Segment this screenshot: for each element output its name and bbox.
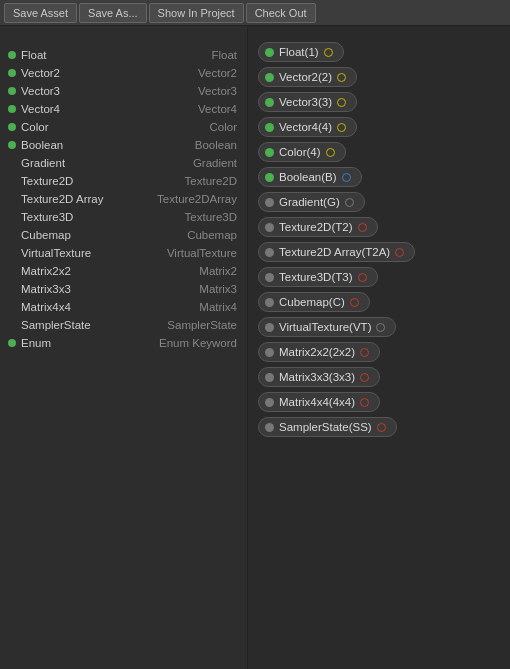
- vector2-2-left-dot: [265, 73, 274, 82]
- matrix3x33x3-label: Matrix3x3(3x3): [279, 371, 355, 383]
- list-item-vector3[interactable]: Vector3Vector3: [0, 82, 247, 100]
- texture2dt2-label: Texture2D(T2): [279, 221, 353, 233]
- list-item-boolean[interactable]: BooleanBoolean: [0, 136, 247, 154]
- matrix4x4-type: Matrix4: [199, 301, 237, 313]
- texture3d-label: Texture3D: [21, 211, 73, 223]
- item-list: FloatFloatVector2Vector2Vector3Vector3Ve…: [0, 44, 247, 669]
- enum-dot: [8, 339, 16, 347]
- samplerstate-label: SamplerState: [21, 319, 91, 331]
- list-item-matrix2x2[interactable]: Matrix2x2Matrix2: [0, 262, 247, 280]
- node-matrix3x33x3[interactable]: Matrix3x3(3x3): [258, 367, 380, 387]
- boolean-dot: [8, 141, 16, 149]
- list-item-enum[interactable]: EnumEnum Keyword: [0, 334, 247, 352]
- check-out-button[interactable]: Check Out: [246, 3, 316, 23]
- gradient-label: Gradient: [21, 157, 65, 169]
- list-item-virtualtexture[interactable]: VirtualTextureVirtualTexture: [0, 244, 247, 262]
- list-item-matrix3x3[interactable]: Matrix3x3Matrix3: [0, 280, 247, 298]
- list-item-texture2darray[interactable]: Texture2D ArrayTexture2DArray: [0, 190, 247, 208]
- node-cubemapc[interactable]: Cubemap(C): [258, 292, 370, 312]
- right-panel: Float(1)Vector2(2)Vector3(3)Vector4(4)Co…: [248, 26, 510, 669]
- texture3dt3-right-dot: [358, 273, 367, 282]
- save-as-button[interactable]: Save As...: [79, 3, 147, 23]
- list-item-texture2d[interactable]: Texture2DTexture2D: [0, 172, 247, 190]
- vector2-2-right-dot: [337, 73, 346, 82]
- list-item-samplerstate[interactable]: SamplerStateSamplerState: [0, 316, 247, 334]
- booleanb-left-dot: [265, 173, 274, 182]
- virtualtexture-type: VirtualTexture: [167, 247, 237, 259]
- matrix4x44x4-label: Matrix4x4(4x4): [279, 396, 355, 408]
- booleanb-label: Boolean(B): [279, 171, 337, 183]
- list-item-color[interactable]: ColorColor: [0, 118, 247, 136]
- node-virtualtexturevt[interactable]: VirtualTexture(VT): [258, 317, 396, 337]
- node-texture3dt3[interactable]: Texture3D(T3): [258, 267, 378, 287]
- matrix4x4-label: Matrix4x4: [21, 301, 71, 313]
- matrix3x3-type: Matrix3: [199, 283, 237, 295]
- texture2d-label: Texture2D: [21, 175, 73, 187]
- node-float1[interactable]: Float(1): [258, 42, 344, 62]
- vector3-3-right-dot: [337, 98, 346, 107]
- vector2-2-label: Vector2(2): [279, 71, 332, 83]
- float1-label: Float(1): [279, 46, 319, 58]
- toolbar: Save AssetSave As...Show In ProjectCheck…: [0, 0, 510, 26]
- boolean-type: Boolean: [195, 139, 237, 151]
- vector2-label: Vector2: [21, 67, 60, 79]
- virtualtexturevt-label: VirtualTexture(VT): [279, 321, 371, 333]
- list-item-vector4[interactable]: Vector4Vector4: [0, 100, 247, 118]
- node-booleanb[interactable]: Boolean(B): [258, 167, 362, 187]
- node-vector3-3[interactable]: Vector3(3): [258, 92, 357, 112]
- node-color4[interactable]: Color(4): [258, 142, 346, 162]
- color4-left-dot: [265, 148, 274, 157]
- texture2d-type: Texture2D: [185, 175, 237, 187]
- vector3-3-label: Vector3(3): [279, 96, 332, 108]
- gradient-type: Gradient: [193, 157, 237, 169]
- samplerstss-left-dot: [265, 423, 274, 432]
- node-texture2dt2[interactable]: Texture2D(T2): [258, 217, 378, 237]
- vector3-3-left-dot: [265, 98, 274, 107]
- node-texture2darryt2a[interactable]: Texture2D Array(T2A): [258, 242, 415, 262]
- cubemapc-right-dot: [350, 298, 359, 307]
- node-samplerstss[interactable]: SamplerState(SS): [258, 417, 397, 437]
- matrix2x2-label: Matrix2x2: [21, 265, 71, 277]
- vector4-type: Vector4: [198, 103, 237, 115]
- matrix2x22x2-left-dot: [265, 348, 274, 357]
- color-type: Color: [210, 121, 237, 133]
- list-item-float[interactable]: FloatFloat: [0, 46, 247, 64]
- list-item-matrix4x4[interactable]: Matrix4x4Matrix4: [0, 298, 247, 316]
- save-asset-button[interactable]: Save Asset: [4, 3, 77, 23]
- node-gradientg[interactable]: Gradient(G): [258, 192, 365, 212]
- float-dot: [8, 51, 16, 59]
- color-dot: [8, 123, 16, 131]
- show-in-project-button[interactable]: Show In Project: [149, 3, 244, 23]
- virtualtexturevt-left-dot: [265, 323, 274, 332]
- node-vector2-2[interactable]: Vector2(2): [258, 67, 357, 87]
- matrix2x22x2-right-dot: [360, 348, 369, 357]
- texture3d-type: Texture3D: [185, 211, 237, 223]
- float1-right-dot: [324, 48, 333, 57]
- vector2-dot: [8, 69, 16, 77]
- node-matrix2x22x2[interactable]: Matrix2x2(2x2): [258, 342, 380, 362]
- cubemapc-label: Cubemap(C): [279, 296, 345, 308]
- samplerstss-right-dot: [377, 423, 386, 432]
- node-matrix4x44x4[interactable]: Matrix4x4(4x4): [258, 392, 380, 412]
- texture3dt3-left-dot: [265, 273, 274, 282]
- vector4-4-label: Vector4(4): [279, 121, 332, 133]
- float-type: Float: [211, 49, 237, 61]
- matrix2x2-type: Matrix2: [199, 265, 237, 277]
- list-item-texture3d[interactable]: Texture3DTexture3D: [0, 208, 247, 226]
- main-layout: FloatFloatVector2Vector2Vector3Vector3Ve…: [0, 26, 510, 669]
- cubemapc-left-dot: [265, 298, 274, 307]
- enum-type: Enum Keyword: [159, 337, 237, 349]
- texture2darray-type: Texture2DArray: [157, 193, 237, 205]
- list-item-cubemap[interactable]: CubemapCubemap: [0, 226, 247, 244]
- gradientg-left-dot: [265, 198, 274, 207]
- list-item-vector2[interactable]: Vector2Vector2: [0, 64, 247, 82]
- vector3-dot: [8, 87, 16, 95]
- list-item-gradient[interactable]: GradientGradient: [0, 154, 247, 172]
- color4-right-dot: [326, 148, 335, 157]
- node-vector4-4[interactable]: Vector4(4): [258, 117, 357, 137]
- texture2darray-label: Texture2D Array: [21, 193, 103, 205]
- matrix4x44x4-left-dot: [265, 398, 274, 407]
- cubemap-label: Cubemap: [21, 229, 71, 241]
- enum-label: Enum: [21, 337, 51, 349]
- samplerstss-label: SamplerState(SS): [279, 421, 372, 433]
